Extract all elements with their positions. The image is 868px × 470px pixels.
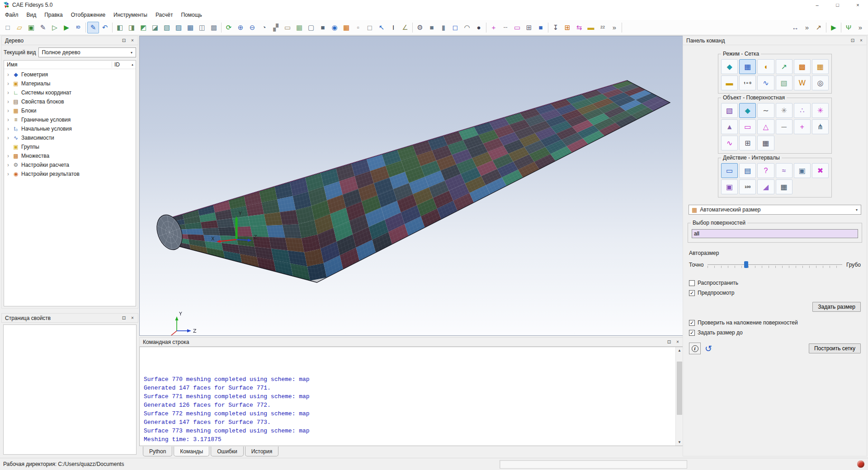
dart-tool-button[interactable]: ↗ <box>813 22 825 33</box>
select-window-button[interactable]: ◻ <box>364 22 376 33</box>
object-mesh-table-button[interactable]: ⊞ <box>739 136 756 150</box>
mode-geometry-button[interactable]: ◆ <box>721 59 738 74</box>
menu-item[interactable]: Отображение <box>67 10 109 19</box>
bounding-box-button[interactable]: ▢ <box>305 22 317 33</box>
tree-item-groups[interactable]: ▣ Группы <box>4 142 136 151</box>
angle-tool-button[interactable]: ∠ <box>399 22 411 33</box>
mode-sets-button[interactable]: W <box>794 75 811 90</box>
action-count-button[interactable]: 100 <box>739 179 756 194</box>
mode-materials-button[interactable]: ▬ <box>721 75 738 90</box>
mode-groups-button[interactable]: ▧ <box>776 75 793 90</box>
close-button[interactable]: × <box>848 0 868 10</box>
view-shaded-button[interactable]: ▨ <box>173 22 184 33</box>
scroll-down-button[interactable]: ▼ <box>676 439 683 446</box>
close-panel-button[interactable]: × <box>129 315 136 321</box>
expand-arrow-icon[interactable]: › <box>6 108 10 114</box>
tab-history[interactable]: История <box>245 446 279 456</box>
tree-item-block-properties[interactable]: › ▤ Свойства блоков <box>4 97 136 106</box>
float-panel-button[interactable]: ⊡ <box>665 338 673 345</box>
close-panel-button[interactable]: × <box>129 37 136 44</box>
run-script-button[interactable]: ▶ <box>61 22 72 33</box>
refresh-view-button[interactable]: ⟳ <box>223 22 235 33</box>
object-vertex-button[interactable]: ✳ <box>776 103 793 118</box>
view-hiddenline-button[interactable]: ◫ <box>196 22 208 33</box>
properties-panel-header[interactable]: Страница свойств ⊡× <box>1 313 138 323</box>
tab-errors[interactable]: Ошибки <box>211 446 244 456</box>
mode-initial-conditions-button[interactable]: t = 0 <box>739 75 756 90</box>
menu-item[interactable]: Файл <box>1 10 23 19</box>
zoom-in-button[interactable]: ⊕ <box>235 22 246 33</box>
gear-cube-button[interactable]: ■ <box>426 22 438 33</box>
checkbox[interactable] <box>689 290 695 296</box>
add-node-button[interactable]: + <box>488 22 500 33</box>
tree-item-coordinate-systems[interactable]: › ∟ Системы координат <box>4 88 136 97</box>
object-cone-button[interactable]: ▲ <box>721 119 738 134</box>
view-top-button[interactable]: ◩ <box>137 22 149 33</box>
object-group-button[interactable]: ∴ <box>794 103 811 118</box>
overlap-check-checkbox[interactable]: Проверить на наложение поверхностей <box>689 320 861 326</box>
perspective-view-button[interactable]: ◉ <box>329 22 340 33</box>
pick-record-button[interactable]: ✎ <box>87 22 99 33</box>
expand-arrow-icon[interactable]: › <box>6 135 10 141</box>
scroll-thumb[interactable] <box>677 362 682 415</box>
float-panel-button[interactable]: ⊡ <box>849 37 856 44</box>
object-curve-button[interactable]: ∼ <box>757 103 774 118</box>
surface-selection-input[interactable] <box>692 229 858 238</box>
status-indicator-icon[interactable] <box>857 461 864 468</box>
action-intervals-button[interactable]: ▭ <box>721 163 738 178</box>
tree-item-initial-conditions[interactable]: › t₀ Начальные условия <box>4 124 136 133</box>
mode-search-button[interactable]: ◎ <box>812 75 829 90</box>
size-up-to-checkbox[interactable]: Задать размер до <box>689 329 861 336</box>
undo-size-button[interactable]: ↺ <box>705 344 712 353</box>
float-panel-button[interactable]: ⊡ <box>120 37 127 44</box>
more-overflow-button[interactable]: » <box>854 22 866 33</box>
counter-button[interactable]: 22 <box>597 22 609 33</box>
import-mesh-button[interactable]: ↧ <box>550 22 561 33</box>
action-assign-button[interactable]: ▣ <box>721 179 738 194</box>
checkbox[interactable] <box>689 280 695 286</box>
resize-tool-button[interactable]: ↔ <box>789 22 801 33</box>
tree-item-dependencies[interactable]: › ∿ Зависимости <box>4 133 136 142</box>
tree-item-result-settings[interactable]: › ◉ Настройки результатов <box>4 169 136 179</box>
maximize-button[interactable]: □ <box>827 0 848 10</box>
build-mesh-button[interactable]: Построить сетку <box>809 343 861 353</box>
propagate-checkbox[interactable]: Распространить <box>689 280 861 286</box>
checkbox[interactable] <box>689 320 695 326</box>
object-vertex-create-button[interactable]: + <box>794 119 811 134</box>
rect-select-button[interactable]: ▭ <box>511 22 523 33</box>
slider-thumb[interactable] <box>744 261 748 268</box>
view-wireframe-button[interactable]: ▦ <box>184 22 196 33</box>
float-panel-button[interactable]: ⊡ <box>120 315 127 321</box>
view-right-button[interactable]: ◪ <box>149 22 161 33</box>
tree-item-boundary-conditions[interactable]: › ≡ Граничные условия <box>4 115 136 124</box>
object-axis-button[interactable]: ⋔ <box>812 119 829 134</box>
open-file-button[interactable]: ▱ <box>14 22 25 33</box>
column-id[interactable]: ID <box>112 61 129 68</box>
zoom-out-button[interactable]: ⊖ <box>246 22 258 33</box>
action-copy-button[interactable]: ▣ <box>794 163 811 178</box>
expand-arrow-icon[interactable]: › <box>6 99 10 105</box>
action-bias-button[interactable]: ◢ <box>757 179 774 194</box>
expand-arrow-icon[interactable]: › <box>6 80 10 87</box>
tree-item-calculation-settings[interactable]: › ⚙ Настройки расчета <box>4 160 136 169</box>
tree-panel-header[interactable]: Дерево ⊡× <box>1 36 138 45</box>
tree-view-select[interactable]: Полное дерево ▾ <box>38 47 136 57</box>
mode-curves-button[interactable]: ∿ <box>757 75 774 90</box>
info-button[interactable]: i <box>689 343 701 354</box>
object-spline-button[interactable]: ∿ <box>721 136 738 150</box>
tab-python[interactable]: Python <box>143 446 172 456</box>
rotate-view-button[interactable]: ◔ <box>258 22 270 33</box>
tree-item-sets[interactable]: › ▩ Множества <box>4 151 136 160</box>
mode-postprocessor-button[interactable]: ▦ <box>812 59 829 74</box>
capsule-tool-button[interactable]: ▬ <box>585 22 597 33</box>
undo-button[interactable]: ↶ <box>99 22 111 33</box>
command-panel-header[interactable]: Панель команд ⊡× <box>683 36 867 45</box>
close-panel-button[interactable]: × <box>674 338 681 345</box>
grid-overlay-button[interactable]: ▦ <box>293 22 305 33</box>
scroll-up-button[interactable]: ▲ <box>676 347 683 354</box>
expand-arrow-icon[interactable]: › <box>6 71 10 78</box>
polyline-button[interactable]: ╌ <box>500 22 511 33</box>
play-journal-button[interactable]: ▷ <box>49 22 61 33</box>
menu-item[interactable]: Инструменты <box>109 10 151 19</box>
size-scheme-select[interactable]: ▦ Автоматический размер ▾ <box>689 205 861 215</box>
